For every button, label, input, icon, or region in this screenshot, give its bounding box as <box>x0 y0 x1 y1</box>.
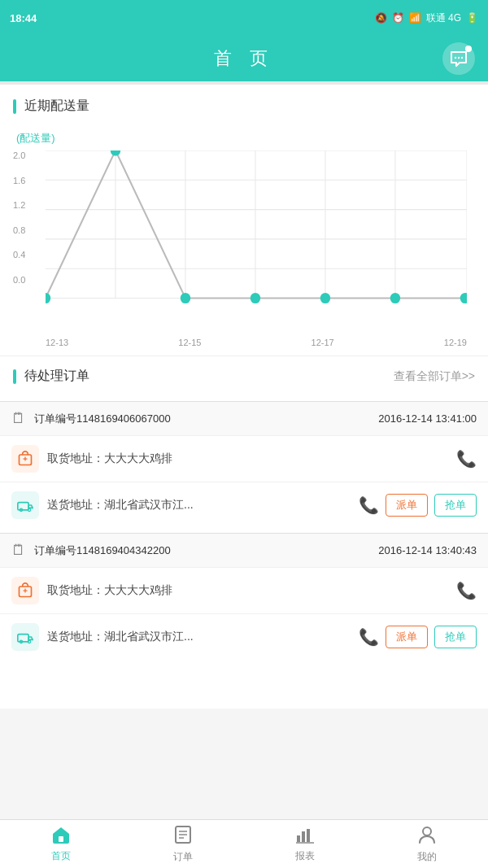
chat-button[interactable] <box>442 42 475 75</box>
order-1-pickup-text: 取货地址：大大大大鸡排 <box>47 451 448 466</box>
chart-y-label: (配送量) <box>16 131 475 146</box>
svg-rect-35 <box>297 835 300 842</box>
svg-point-18 <box>251 293 260 303</box>
order-2-pickup-call-icon[interactable]: 📞 <box>456 581 477 600</box>
order-1-doc-icon: 🗒 <box>11 410 26 427</box>
y-label-12: 1.2 <box>13 200 25 210</box>
svg-point-2 <box>461 57 463 59</box>
status-time: 18:44 <box>10 12 37 24</box>
svg-rect-23 <box>18 503 28 510</box>
mine-icon <box>418 825 436 848</box>
order-2-delivery-row: 送货地址：湖北省武汉市江... 📞 派单 抢单 <box>0 613 488 660</box>
delivery-section: 近期配送量 (配送量) <box>0 85 488 349</box>
nav-item-orders[interactable]: 订单 <box>122 820 244 868</box>
chart-area: 2.0 1.6 1.2 0.8 0.4 0.0 12-13 12-15 12-1… <box>46 150 467 329</box>
x-label-1219: 12-19 <box>444 338 467 347</box>
nav-item-home[interactable]: 首页 <box>0 820 122 868</box>
order-1-pickup-row: 取货地址：大大大大鸡排 📞 <box>0 435 488 482</box>
battery-icon: 🔋 <box>466 12 478 24</box>
alarm-icon: ⏰ <box>392 12 404 24</box>
pending-orders-header: 待处理订单 查看全部订单>> <box>0 355 488 396</box>
svg-point-0 <box>455 57 456 59</box>
reports-icon <box>295 826 315 847</box>
status-bar: 18:44 🔕 ⏰ 📶 联通 4G 🔋 <box>0 0 488 36</box>
y-label-04: 0.4 <box>13 250 25 260</box>
mute-icon: 🔕 <box>375 12 387 24</box>
delivery-icon-1 <box>11 491 39 519</box>
svg-point-16 <box>111 150 120 156</box>
y-label-0: 0.0 <box>13 275 25 285</box>
svg-rect-27 <box>18 635 28 642</box>
orders-icon <box>174 825 192 848</box>
x-label-1217: 12-17 <box>312 338 334 347</box>
header: 首 页 <box>0 36 488 81</box>
order-1-delivery-actions: 📞 派单 抢单 <box>359 494 477 517</box>
delivery-icon-2 <box>11 623 39 651</box>
order-1-header: 🗒 订单编号1148169406067000 2016-12-14 13:41:… <box>0 402 488 435</box>
order-2-header: 🗒 订单编号1148169404342200 2016-12-14 13:40:… <box>0 534 488 567</box>
chart-svg <box>46 150 467 329</box>
order-1-assign-button[interactable]: 派单 <box>386 494 428 517</box>
svg-point-29 <box>28 640 30 643</box>
order-2-pickup-row: 取货地址：大大大大鸡排 📞 <box>0 567 488 613</box>
status-right: 🔕 ⏰ 📶 联通 4G 🔋 <box>375 11 478 25</box>
order-2-delivery-text: 送货地址：湖北省武汉市江... <box>47 630 351 644</box>
svg-point-21 <box>460 293 467 303</box>
nav-label-orders: 订单 <box>173 850 193 864</box>
order-2-delivery-actions: 📞 派单 抢单 <box>359 626 477 648</box>
pending-orders-title-text: 待处理订单 <box>24 368 89 385</box>
home-icon <box>51 826 71 847</box>
order-2-delivery-call-icon[interactable]: 📞 <box>359 627 379 647</box>
y-label-2: 2.0 <box>13 150 25 160</box>
main-content: 近期配送量 (配送量) <box>0 85 488 709</box>
title-bar-decoration <box>13 99 16 114</box>
order-2-time: 2016-12-14 13:40:43 <box>378 544 477 556</box>
nav-label-home: 首页 <box>51 849 71 863</box>
order-card-1: 🗒 订单编号1148169406067000 2016-12-14 13:41:… <box>0 401 488 528</box>
wifi-icon: 📶 <box>409 12 421 24</box>
order-2-id: 订单编号1148169404342200 <box>34 543 370 558</box>
svg-point-1 <box>458 57 460 59</box>
orders-title-bar <box>13 369 16 384</box>
order-2-assign-button[interactable]: 派单 <box>386 626 428 648</box>
order-1-pickup-actions: 📞 <box>456 449 477 469</box>
x-label-1215: 12-15 <box>178 338 201 347</box>
pending-orders-title: 待处理订单 <box>13 368 89 385</box>
order-2-doc-icon: 🗒 <box>11 542 26 559</box>
delivery-section-title: 近期配送量 <box>13 98 475 115</box>
chat-dot <box>465 46 472 52</box>
order-1-grab-button[interactable]: 抢单 <box>434 494 477 517</box>
nav-item-reports[interactable]: 报表 <box>244 820 366 868</box>
svg-rect-36 <box>302 831 305 842</box>
order-1-delivery-text: 送货地址：湖北省武汉市江... <box>47 498 351 513</box>
nav-label-reports: 报表 <box>295 849 315 863</box>
svg-point-19 <box>320 293 330 303</box>
nav-label-mine: 我的 <box>417 850 437 864</box>
page-title: 首 页 <box>214 46 274 71</box>
order-1-pickup-call-icon[interactable]: 📞 <box>456 449 477 469</box>
order-1-time: 2016-12-14 13:41:00 <box>378 412 477 425</box>
bottom-nav: 首页 订单 报表 <box>0 819 488 868</box>
x-label-1213: 12-13 <box>46 338 68 347</box>
svg-point-15 <box>46 293 50 303</box>
carrier-label: 联通 4G <box>426 11 461 25</box>
svg-point-25 <box>28 508 30 511</box>
svg-point-20 <box>390 293 400 303</box>
chart-container: (配送量) <box>13 124 475 336</box>
order-card-2: 🗒 订单编号1148169404342200 2016-12-14 13:40:… <box>0 533 488 660</box>
svg-rect-37 <box>307 829 310 842</box>
order-2-grab-button[interactable]: 抢单 <box>434 626 477 648</box>
order-1-id: 订单编号1148169406067000 <box>34 412 370 426</box>
y-label-16: 1.6 <box>13 176 25 185</box>
svg-rect-30 <box>59 836 63 842</box>
order-2-pickup-actions: 📞 <box>456 581 477 600</box>
pickup-icon-1 <box>11 445 39 473</box>
y-label-08: 0.8 <box>13 225 25 235</box>
view-all-orders-button[interactable]: 查看全部订单>> <box>394 369 475 384</box>
order-1-delivery-call-icon[interactable]: 📞 <box>359 495 379 515</box>
nav-item-mine[interactable]: 我的 <box>366 820 488 868</box>
order-2-pickup-text: 取货地址：大大大大鸡排 <box>47 583 448 598</box>
svg-point-17 <box>181 293 190 303</box>
order-1-delivery-row: 送货地址：湖北省武汉市江... 📞 派单 抢单 <box>0 482 488 528</box>
delivery-title-text: 近期配送量 <box>24 98 89 115</box>
